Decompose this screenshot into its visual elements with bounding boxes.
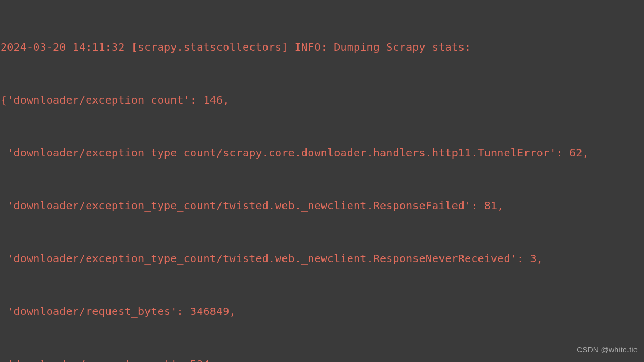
log-line: 'downloader/request_bytes': 346849, — [1, 303, 644, 320]
log-line: {'downloader/exception_count': 146, — [1, 91, 644, 109]
log-line: 2024-03-20 14:11:32 [scrapy.statscollect… — [1, 38, 644, 56]
terminal-output: 2024-03-20 14:11:32 [scrapy.statscollect… — [0, 3, 644, 362]
log-line: 'downloader/exception_type_count/scrapy.… — [1, 144, 644, 162]
log-line: 'downloader/exception_type_count/twisted… — [1, 197, 644, 215]
watermark: CSDN @white.tie — [577, 341, 638, 359]
log-line: 'downloader/exception_type_count/twisted… — [1, 250, 644, 267]
log-line: 'downloader/request_count': 524, — [1, 356, 644, 362]
